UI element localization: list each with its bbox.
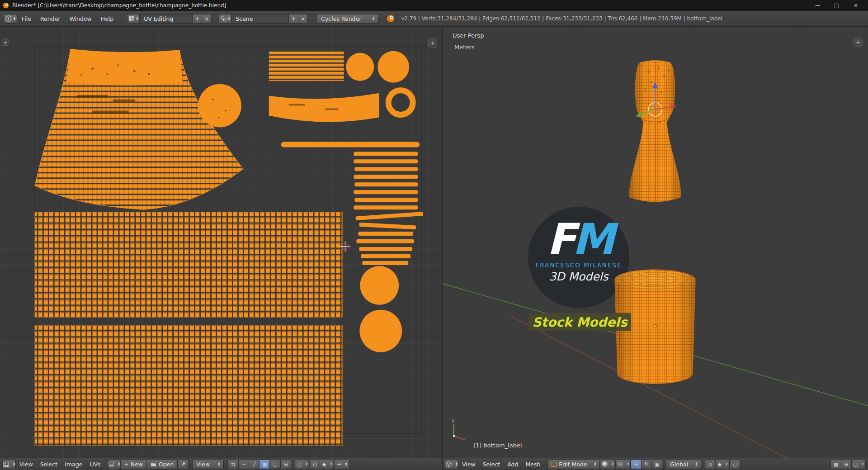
v3d-render-group: ▦ ⊞ ▢ ▼ <box>830 460 866 469</box>
delete-screen-layout-button[interactable]: × <box>202 14 212 24</box>
watermark-banner: Stock Models <box>528 313 631 331</box>
layers-button[interactable]: ⊞ <box>841 460 852 469</box>
uv-island-disc-2[interactable] <box>377 51 409 83</box>
select-mode-face-button[interactable]: ▦ <box>259 460 270 469</box>
stepper-down-icon: ▼ <box>627 463 629 465</box>
uv-island-cap-circle[interactable] <box>198 84 241 128</box>
image-mode-dropdown[interactable]: View ▲▼ <box>192 460 224 469</box>
close-button[interactable]: × <box>846 0 865 11</box>
render-engine-widget: Cycles Render ▲▼ <box>317 14 378 24</box>
scene-browse-button[interactable]: ▲▼ <box>219 14 231 24</box>
snap-element-dropdown[interactable]: ◆ ▼ <box>320 460 334 469</box>
maximize-button[interactable]: □ <box>827 0 846 11</box>
transform-arrows-icon: ↔ <box>337 461 341 467</box>
uv-island-disc-1[interactable] <box>346 53 374 81</box>
v3d-snap-toggle[interactable]: Ω <box>705 460 716 469</box>
image-open-label: Open <box>159 461 174 468</box>
info-icon <box>5 15 12 22</box>
manipulator-mode-group: ↔ ↻ ▣ <box>631 460 662 469</box>
render-engine-dropdown[interactable]: Cycles Render ▲▼ <box>317 14 378 24</box>
uv-island-curved-band[interactable] <box>269 93 379 122</box>
plus-icon: + <box>124 461 128 467</box>
menu-file[interactable]: File <box>17 11 36 27</box>
manipulator-rotate-button[interactable]: ↻ <box>641 460 652 469</box>
uv-island-label-grid-top[interactable] <box>35 212 343 318</box>
info-editor-type-button[interactable]: ▲▼ <box>4 14 17 24</box>
uv-editor-region: + + ▲▼ View Select Image UVs <box>0 27 443 470</box>
interaction-mode-dropdown[interactable]: Edit Mode ▲▼ <box>547 460 600 469</box>
viewport-3d-header: ▲▼ View Select Add Mesh Edit Mode ▲▼ ▼ <box>443 458 868 470</box>
v3d-menu-view[interactable]: View <box>458 461 479 468</box>
uv-island-disc-4[interactable] <box>359 310 402 352</box>
add-screen-layout-button[interactable]: + <box>192 14 202 24</box>
image-open-button[interactable]: Open <box>146 460 178 469</box>
menu-help[interactable]: Help <box>96 11 118 27</box>
stepper-down-icon: ▼ <box>726 463 727 465</box>
transform-orientation-dropdown[interactable]: Global ▲▼ <box>666 460 701 469</box>
proportional-edit-dropdown[interactable]: ○ ▼ <box>295 460 309 469</box>
menu-render[interactable]: Render <box>36 11 65 27</box>
sync-select-icon: ⇆ <box>231 461 235 467</box>
delete-scene-button[interactable]: × <box>298 14 308 24</box>
proportional-edit-icon: ○ <box>297 461 302 467</box>
uv-canvas[interactable]: + + <box>0 27 442 458</box>
stepper-down-icon: ▼ <box>695 464 697 466</box>
stepper-down-icon: ▼ <box>330 463 332 465</box>
screen-layout-browse-button[interactable]: ▲▼ <box>127 14 140 24</box>
add-scene-button[interactable]: + <box>288 14 298 24</box>
select-mode-edge-button[interactable]: ╱ <box>249 460 259 469</box>
uv-island-ring[interactable] <box>388 90 413 115</box>
menu-window[interactable]: Window <box>65 11 96 27</box>
uv-island-striped-label[interactable] <box>269 52 344 81</box>
image-browse-button[interactable]: ▲▼ <box>108 460 121 469</box>
minimize-button[interactable]: — <box>808 0 827 11</box>
uv-sync-selection-toggle[interactable]: ⇆ <box>227 460 238 469</box>
stepper-down-icon: ▼ <box>118 464 120 466</box>
uv-island-strip-stack[interactable] <box>354 152 423 265</box>
uv-selection-mode-group: ∙ ╱ ▦ ▢ <box>238 460 280 469</box>
image-new-button[interactable]: + New <box>120 460 147 469</box>
image-new-label: New <box>131 461 143 468</box>
pin-image-toggle[interactable] <box>178 460 189 469</box>
viewport-shading-dropdown[interactable]: ▼ <box>600 460 615 469</box>
uv-island-bottle-body[interactable] <box>35 49 243 209</box>
stepper-down-icon: ▼ <box>456 464 458 466</box>
render-preview-button[interactable]: ▦ <box>830 460 841 469</box>
pivot-icon <box>618 461 623 467</box>
screen-layout-icon <box>129 16 135 22</box>
uv-properties-expand-button[interactable]: + <box>428 38 437 47</box>
v3d-menu-select[interactable]: Select <box>479 461 504 468</box>
uv-snap-group: Ω ◆ ▼ <box>309 460 334 469</box>
uv-menu-view[interactable]: View <box>16 461 37 468</box>
v3d-menu-add[interactable]: Add <box>504 461 522 468</box>
sticky-selection-dropdown[interactable]: ⊞ <box>280 460 291 469</box>
uv-menu-select[interactable]: Select <box>37 461 61 468</box>
uv-island-thin-bar[interactable] <box>281 142 420 147</box>
header-overflow-dropdown[interactable]: ▢ ▼ <box>851 460 866 469</box>
manipulator-translate-button[interactable]: ↔ <box>631 460 642 469</box>
overflow-icon: ▢ <box>853 461 858 467</box>
select-mode-island-button[interactable]: ▢ <box>269 460 280 469</box>
viewport-editor-type-button[interactable]: ▲▼ <box>445 460 458 469</box>
select-mode-vertex-button[interactable]: ∙ <box>238 460 249 469</box>
uv-editor-type-button[interactable]: ▲▼ <box>2 460 16 469</box>
uv-menu-uvs[interactable]: UVs <box>86 461 104 468</box>
image-browse-icon <box>108 461 114 467</box>
snap-toggle[interactable]: Ω <box>309 460 320 469</box>
v3d-snap-element-dropdown[interactable]: ◆ ▼ <box>715 460 730 469</box>
viewport-properties-expand-button[interactable]: + <box>854 38 863 47</box>
uv-transform-dropdown[interactable]: ↔ ▲▼ <box>334 460 349 469</box>
viewport-mesh-layer: y <box>443 27 868 458</box>
scene-name[interactable]: Scene <box>231 14 289 24</box>
viewport-3d-canvas[interactable]: FM FRANCESCO MILANESE 3D Models <box>443 27 868 458</box>
v3d-menu-mesh[interactable]: Mesh <box>522 461 544 468</box>
uv-menu-image[interactable]: Image <box>61 461 86 468</box>
manipulator-scale-button[interactable]: ▣ <box>651 460 662 469</box>
uv-toolbar-expand-button[interactable]: + <box>2 38 9 46</box>
screen-layout-name[interactable]: UV Editing <box>139 14 193 24</box>
proportional-edit-toggle[interactable]: ○ <box>730 460 741 469</box>
pivot-point-dropdown[interactable]: ▼ <box>615 460 631 469</box>
snap-magnet-icon: Ω <box>313 461 316 467</box>
uv-island-disc-3[interactable] <box>360 266 399 305</box>
uv-island-label-grid-bottom[interactable] <box>35 326 343 446</box>
